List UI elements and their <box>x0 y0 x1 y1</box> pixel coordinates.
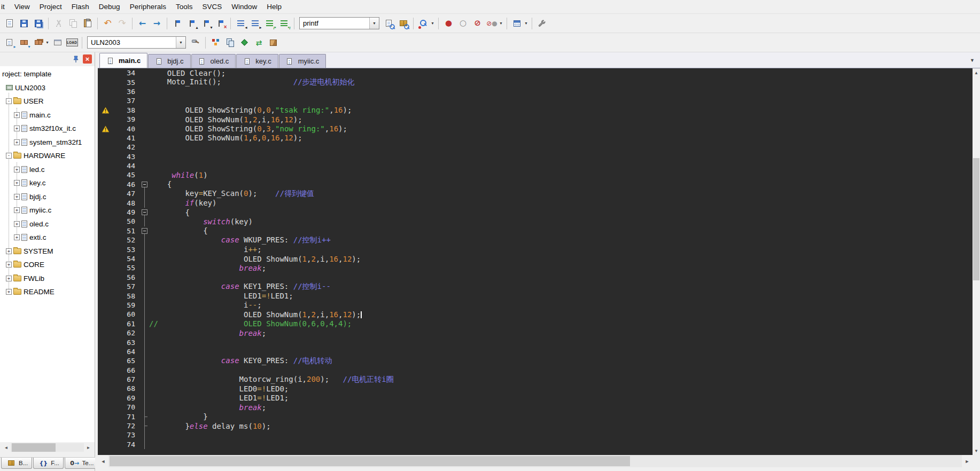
tree-item-fwlib[interactable]: +FWLib <box>0 272 95 286</box>
nav-back-button[interactable]: ← <box>135 17 150 30</box>
tree-item-system-stm32f1[interactable]: +system_stm32f1 <box>0 136 95 150</box>
panel-tab-books[interactable]: B... <box>1 458 32 469</box>
menu-item-view[interactable]: View <box>10 3 35 11</box>
tree-item-oled-c[interactable]: +oled.c <box>0 217 95 231</box>
tree-item-uln2003[interactable]: ULN2003 <box>0 81 95 95</box>
expand-expander-icon[interactable]: + <box>14 139 20 145</box>
code-text[interactable]: break; <box>149 403 973 412</box>
bookmark-next-button[interactable]: ▾ <box>199 17 213 30</box>
code-text[interactable]: { <box>149 226 973 235</box>
nav-forward-button[interactable]: → <box>150 17 164 30</box>
bookmark-prev-button[interactable]: ▴ <box>184 17 199 30</box>
editor-tab-oled-c[interactable]: oled.c <box>191 54 236 68</box>
code-text[interactable]: OLED_ShowNum(1,2,i,16,12); <box>149 255 973 263</box>
collapse-expander-icon[interactable]: - <box>6 98 12 104</box>
fold-marker[interactable] <box>141 180 149 189</box>
editor-tab-myiic-c[interactable]: myiic.c <box>279 54 326 68</box>
menu-item-tools[interactable]: Tools <box>171 3 198 11</box>
download-load-button[interactable]: LOAD <box>65 36 79 50</box>
target-dropdown-arrow[interactable]: ▼ <box>176 37 185 48</box>
code-text[interactable]: key=KEY_Scan(0); //得到键值 <box>149 189 973 199</box>
save-all-button[interactable] <box>31 17 45 30</box>
code-text[interactable]: LED0=!LED0; <box>149 384 973 393</box>
copy-button[interactable] <box>66 17 80 30</box>
redo-button[interactable]: ↷ <box>115 17 129 30</box>
find-in-files-button[interactable] <box>382 17 396 30</box>
save-button[interactable] <box>17 17 31 30</box>
collapse-expander-icon[interactable]: - <box>6 153 12 159</box>
expand-expander-icon[interactable]: + <box>6 276 12 281</box>
tree-item-key-c[interactable]: +key.c <box>0 176 95 190</box>
file-extensions-button[interactable] <box>223 36 237 50</box>
pack-installer-button[interactable] <box>266 36 281 50</box>
tree-item-exti-c[interactable]: +exti.c <box>0 231 95 245</box>
menu-item-it[interactable]: it <box>0 3 10 11</box>
target-combo[interactable]: ULN2003▼ <box>87 36 186 49</box>
expand-expander-icon[interactable]: + <box>14 221 20 227</box>
code-text[interactable]: i--; <box>149 301 973 309</box>
code-text[interactable]: OLED_ShowString(0,3,"now ring:",16); <box>149 124 973 133</box>
panel-tab-templates[interactable]: 0→Te... <box>65 458 98 469</box>
cut-button[interactable] <box>51 17 66 30</box>
fold-marker[interactable] <box>141 226 149 236</box>
code-text[interactable]: OLED_ShowNum(1,6,0,16,12); <box>149 134 973 142</box>
expand-expander-icon[interactable]: + <box>14 125 20 131</box>
scroll-right-arrow[interactable]: ► <box>962 455 973 467</box>
code-text[interactable]: break; <box>149 329 973 337</box>
editor-tab-bjdj-c[interactable]: bjdj.c <box>148 54 190 68</box>
scroll-right-arrow[interactable]: ► <box>84 443 93 452</box>
editor-tab-main-c[interactable]: main.c <box>99 53 147 68</box>
rebuild-button[interactable] <box>31 36 45 50</box>
tree-item-user[interactable]: -USER <box>0 95 95 108</box>
code-text[interactable]: Motorcw_ring(i,200); //电机正转i圈 <box>149 375 973 384</box>
project-panel-hscrollbar[interactable]: ◄ ► <box>2 443 93 452</box>
build-button[interactable]: ▾ <box>17 36 31 50</box>
code-text[interactable]: case WKUP_PRES: //控制i++ <box>149 236 973 245</box>
code-text[interactable]: { <box>149 180 973 189</box>
expand-expander-icon[interactable]: + <box>14 112 20 118</box>
expand-expander-icon[interactable]: + <box>6 262 12 268</box>
breakpoint-disable-all-button[interactable]: ⊘ <box>470 17 485 30</box>
tree-item-roject-template[interactable]: roject: template <box>0 67 95 81</box>
scroll-left-arrow[interactable]: ◄ <box>2 443 11 452</box>
scrollbar-thumb[interactable] <box>12 443 56 452</box>
menu-item-window[interactable]: Window <box>227 3 262 11</box>
expand-expander-icon[interactable]: + <box>6 289 12 295</box>
code-text[interactable]: break; <box>149 264 973 272</box>
menu-item-debug[interactable]: Debug <box>94 3 125 11</box>
undo-button[interactable]: ↶ <box>100 17 115 30</box>
search-books-button[interactable] <box>396 17 410 30</box>
indent-button[interactable]: ▸ <box>248 17 262 30</box>
code-text[interactable]: case KEY1_PRES: //控制i-- <box>149 282 973 292</box>
select-software-packs-button[interactable]: ⇄ <box>252 36 266 50</box>
code-text[interactable]: i++; <box>149 245 973 254</box>
code-text[interactable]: while(1) <box>149 171 973 179</box>
expand-expander-icon[interactable]: + <box>14 194 20 200</box>
code-text[interactable]: OLED_ShowNum(1,2,i,16,12); <box>149 115 973 124</box>
new-file-button[interactable] <box>2 17 17 30</box>
expand-expander-icon[interactable]: + <box>14 234 20 240</box>
batch-build-button[interactable] <box>50 36 65 50</box>
fold-marker[interactable] <box>141 208 149 217</box>
scroll-up-arrow[interactable]: ▲ <box>973 68 980 77</box>
code-text[interactable]: LED1=!LED1; <box>149 292 973 300</box>
incremental-find-button[interactable] <box>416 17 431 30</box>
breakpoint-enable-disable-button[interactable]: ○ <box>456 17 470 30</box>
translate-button[interactable]: ▸ <box>2 36 17 50</box>
code-text[interactable]: LED1=!LED1; <box>149 394 973 402</box>
editor-vscrollbar[interactable]: ▲ ▼ <box>973 68 980 455</box>
unindent-button[interactable]: ◂ <box>234 17 248 30</box>
breakpoint-toggle-button[interactable]: ● <box>441 17 456 30</box>
editor-hscrollbar[interactable]: ◄ ► <box>98 455 980 467</box>
tree-item-core[interactable]: +CORE <box>0 258 95 272</box>
menu-item-flash[interactable]: Flash <box>67 3 94 11</box>
tree-item-led-c[interactable]: +led.c <box>0 163 95 177</box>
manage-rte-button[interactable] <box>237 36 252 50</box>
tree-item-main-c[interactable]: +main.c <box>0 108 95 122</box>
scroll-left-arrow[interactable]: ◄ <box>98 455 108 467</box>
scrollbar-thumb[interactable] <box>110 456 630 466</box>
options-for-target-button[interactable] <box>188 36 203 50</box>
scrollbar-track[interactable] <box>108 455 962 467</box>
find-dropdown-arrow[interactable]: ▼ <box>369 18 379 29</box>
code-text[interactable]: }else delay_ms(10); <box>149 422 973 430</box>
